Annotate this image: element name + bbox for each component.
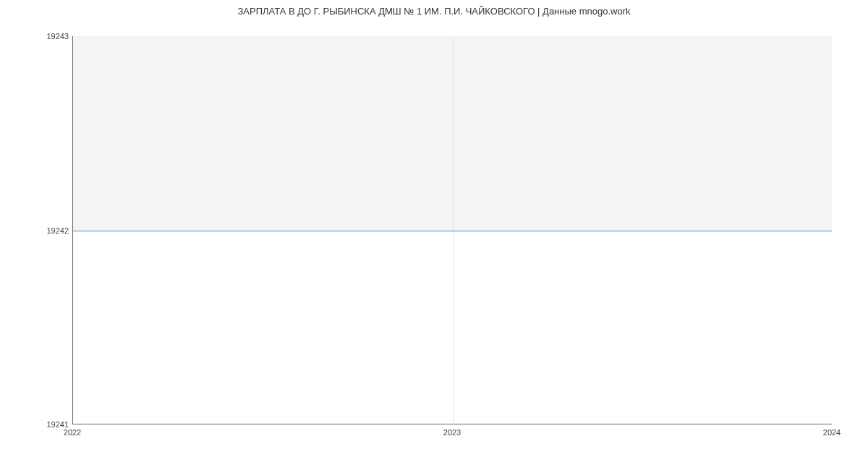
y-tick-top: 19243 <box>25 32 69 40</box>
y-tick-bot: 19241 <box>25 420 69 429</box>
y-tick-mid: 19242 <box>25 226 69 235</box>
x-tick-2022: 2022 <box>64 428 81 437</box>
chart-title: ЗАРПЛАТА В ДО Г. РЫБИНСКА ДМШ № 1 ИМ. П.… <box>0 6 868 17</box>
x-tick-2024: 2024 <box>823 428 841 437</box>
data-line <box>73 231 832 231</box>
plot-area <box>72 36 832 424</box>
x-tick-2023: 2023 <box>443 428 461 437</box>
